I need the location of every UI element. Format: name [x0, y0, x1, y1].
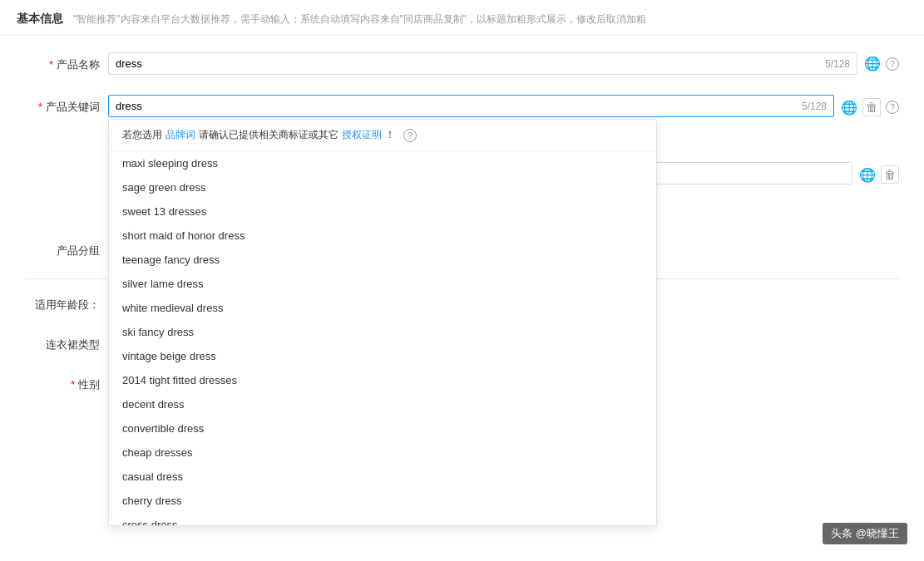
- warning-text-1: 若您选用: [122, 128, 162, 142]
- empty-label-1: [25, 162, 108, 167]
- section-title: 基本信息: [17, 12, 63, 27]
- warning-text-2: 请确认已提供相关商标证或其它: [199, 128, 338, 142]
- product-name-count: 5/128: [818, 58, 857, 70]
- keyword-wrapper: 5/128 若您选用 品牌词 请确认已提供相关商标证或其它 授权证明 ！ ? m…: [108, 95, 834, 117]
- keyword2-icons: 🌐 🗑: [859, 165, 899, 184]
- dropdown-item[interactable]: ski fancy dress: [109, 320, 656, 344]
- product-name-wrapper: 5/128: [108, 52, 857, 75]
- watermark: 头条 @晓懂王: [823, 523, 907, 544]
- globe-icon-2[interactable]: 🌐: [841, 100, 857, 116]
- dropdown-item[interactable]: decent dress: [109, 392, 656, 416]
- dropdown-item[interactable]: silver lame dress: [109, 272, 656, 296]
- dropdown-item[interactable]: white medieval dress: [109, 296, 656, 320]
- required-star-2: *: [38, 101, 42, 113]
- globe-icon-1[interactable]: 🌐: [864, 56, 881, 71]
- keyword-input[interactable]: [109, 96, 795, 116]
- age-label: 适用年龄段：: [25, 293, 108, 312]
- dropdown-item[interactable]: convertible dress: [109, 416, 656, 440]
- form-area: *产品名称 5/128 🌐 ? *产品关键词 5/128: [0, 36, 924, 429]
- dropdown-item[interactable]: casual dress: [109, 465, 656, 489]
- keyword-input-box: 5/128: [108, 95, 834, 117]
- empty-label-2: [25, 204, 108, 209]
- keyword-count: 5/128: [795, 101, 833, 112]
- required-star-3: *: [71, 378, 75, 391]
- dropdown-item[interactable]: teenage fancy dress: [109, 248, 656, 272]
- section-note: "智能推荐"内容来自平台大数据推荐，需手动输入；系统自动填写内容来自"同店商品复…: [73, 12, 646, 27]
- dropdown-item[interactable]: cherry dress: [109, 489, 656, 513]
- gender-label: *性别: [25, 372, 108, 392]
- product-name-input[interactable]: [109, 53, 818, 74]
- delete-icon-1[interactable]: 🗑: [862, 98, 881, 116]
- product-name-input-box: 5/128: [108, 52, 857, 75]
- product-category-label: 产品分组: [25, 239, 108, 258]
- product-keyword-label: *产品关键词: [25, 95, 108, 115]
- dropdown-list: maxi sleeping dresssage green dresssweet…: [109, 151, 656, 525]
- question-icon-1[interactable]: ?: [886, 57, 899, 71]
- required-star: *: [49, 58, 53, 71]
- dropdown-item[interactable]: vintage beige dress: [109, 344, 656, 368]
- warning-end: ！: [385, 128, 395, 142]
- dropdown-item[interactable]: sage green dress: [109, 175, 656, 199]
- section-header: 基本信息 "智能推荐"内容来自平台大数据推荐，需手动输入；系统自动填写内容来自"…: [0, 0, 924, 36]
- question-icon-2[interactable]: ?: [886, 101, 899, 114]
- product-keyword-row: *产品关键词 5/128 若您选用 品牌词 请确认已提供相关商标证或其它 授权证…: [25, 95, 899, 117]
- dropdown-item[interactable]: sweet 13 dresses: [109, 199, 656, 224]
- dropdown-item[interactable]: 2014 tight fitted dresses: [109, 368, 656, 392]
- keyword-icons: 🌐 🗑 ?: [841, 98, 899, 116]
- auth-link[interactable]: 授权证明: [342, 128, 382, 142]
- product-name-label: *产品名称: [25, 52, 108, 72]
- globe-icon-3[interactable]: 🌐: [859, 167, 876, 183]
- dropdown-item[interactable]: maxi sleeping dress: [109, 151, 656, 175]
- dropdown-item[interactable]: short maid of honor dress: [109, 224, 656, 248]
- product-name-row: *产品名称 5/128 🌐 ?: [25, 52, 899, 75]
- keyword-dropdown: 若您选用 品牌词 请确认已提供相关商标证或其它 授权证明 ！ ? maxi sl…: [108, 119, 657, 526]
- dropdown-item[interactable]: cross dress: [109, 513, 656, 525]
- dress-type-label: 连衣裙类型: [25, 332, 108, 352]
- dropdown-item[interactable]: cheap dresses: [109, 440, 656, 465]
- dropdown-warning: 若您选用 品牌词 请确认已提供相关商标证或其它 授权证明 ！ ?: [109, 120, 656, 151]
- brand-link[interactable]: 品牌词: [166, 128, 195, 142]
- warning-question-icon[interactable]: ?: [403, 129, 417, 142]
- delete-icon-2[interactable]: 🗑: [881, 165, 899, 184]
- product-name-icons: 🌐 ?: [864, 56, 899, 71]
